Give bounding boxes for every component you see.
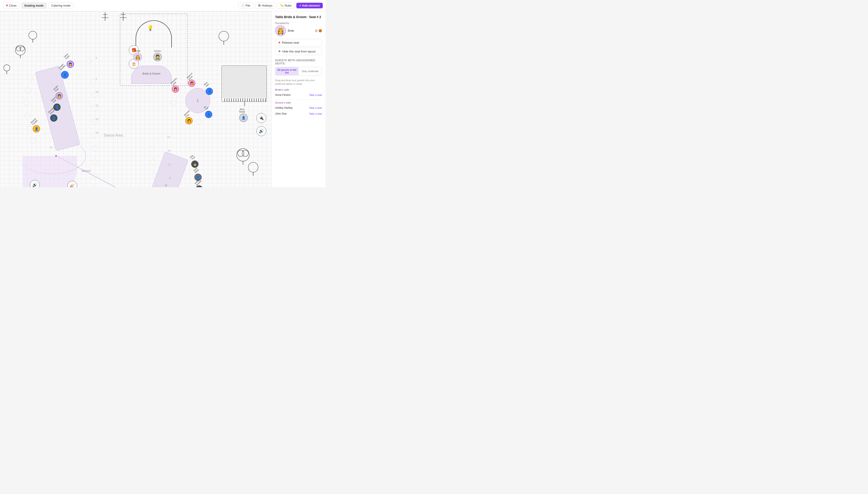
empty-seat-r1[interactable] xyxy=(86,58,92,64)
guest-row-ashley: Ashley Hartley Take a seat xyxy=(275,106,322,110)
groom-avatar-canvas[interactable]: 🤵 xyxy=(153,53,162,61)
take-seat-john[interactable]: Take a seat xyxy=(309,112,322,115)
bride-avatar-panel[interactable]: 👸 xyxy=(275,25,286,36)
empty-seat-r10[interactable] xyxy=(92,185,98,187)
tree-5 xyxy=(118,12,129,21)
num-11-b: 11 xyxy=(169,177,171,179)
file-button[interactable]: 📄 File xyxy=(238,2,253,8)
tree-1 xyxy=(14,43,27,59)
close-label: Close xyxy=(9,4,17,7)
bride-avatar-wrap: 👸 Bride xyxy=(275,25,294,36)
release-seat-button[interactable]: ✕ Release seat xyxy=(275,39,322,46)
empty-seat-4[interactable] xyxy=(24,113,30,118)
num-11: 11 xyxy=(96,104,98,107)
occupied-label: Occupied by: xyxy=(275,22,322,24)
num-15: 15 xyxy=(168,149,170,152)
svg-point-18 xyxy=(242,150,248,156)
dance-area-label: Dance Area xyxy=(104,133,123,137)
seating-canvas[interactable]: 💡 🎁 🎂 Bride 👸 Groom 🤵 Bride & Gr xyxy=(0,11,271,187)
avatar-olivia[interactable]: 👩 xyxy=(67,61,74,68)
empty-seat-m2[interactable] xyxy=(151,159,156,165)
bg-seats: Bride 👸 Groom 🤵 xyxy=(133,50,162,61)
svg-point-14 xyxy=(219,31,229,41)
guest-name-john: John Doe xyxy=(275,112,287,115)
num-14-right: 14 xyxy=(167,136,170,138)
main-area: 💡 🎁 🎂 Bride 👸 Groom 🤵 Bride & Gr xyxy=(0,11,326,187)
empty-seat-5[interactable] xyxy=(27,126,33,132)
avatar-gregor[interactable]: 👤 xyxy=(61,71,69,79)
num-13: 13 xyxy=(96,131,98,134)
ruler-icon: 📏 xyxy=(280,4,284,7)
guest-name-ashley: Ashley Hartley xyxy=(275,106,292,110)
measure-label: 190 inch xyxy=(81,170,91,172)
speaker-icon-circle-2[interactable]: 🔊 xyxy=(256,126,266,136)
lightbulb-icon: 💡 xyxy=(147,25,154,31)
empty-seat-3[interactable] xyxy=(24,99,30,106)
svg-point-20 xyxy=(248,162,258,172)
bride-groom-table[interactable]: Bride & Groom xyxy=(131,65,172,84)
header-bar: ✕ Close Seating mode Catering mode 📄 Fil… xyxy=(0,0,326,11)
empty-seat-m3[interactable] xyxy=(152,172,158,178)
take-seat-anna[interactable]: Take a seat xyxy=(309,94,322,96)
tab-row: All guests in the list Only confirmed xyxy=(275,67,322,76)
plug-icon-circle[interactable]: 🔌 xyxy=(256,113,266,123)
header-right-tools: 📄 File ⌘ Hotkeys 📏 Ruler + Add element xyxy=(238,2,323,8)
empty-seat-2[interactable] xyxy=(25,87,31,93)
empty-seat-1[interactable] xyxy=(27,75,33,80)
avatar-michele[interactable]: 👩 xyxy=(185,117,193,124)
avatar-kirstin[interactable]: 👩 xyxy=(56,92,63,99)
empty-seat-m1[interactable] xyxy=(149,146,155,152)
avatar-bestman[interactable]: 👤 xyxy=(206,88,213,95)
tab-only-confirmed[interactable]: Only confirmed xyxy=(298,67,322,75)
empty-seat-t1-1[interactable] xyxy=(196,119,201,125)
empty-seat-r7[interactable] xyxy=(92,146,98,151)
tree-3 xyxy=(2,63,11,75)
seating-mode-button[interactable]: Seating mode xyxy=(21,2,46,8)
empty-seat-r8[interactable] xyxy=(92,159,98,165)
hotkeys-button[interactable]: ⌘ Hotkeys xyxy=(255,2,275,8)
groom-seat[interactable]: Groom 🤵 xyxy=(153,50,162,61)
take-seat-ashley[interactable]: Take a seat xyxy=(309,107,322,109)
empty-seat-t1-2[interactable] xyxy=(170,100,176,106)
gear-icon[interactable]: ⚙ xyxy=(315,29,318,33)
close-button[interactable]: ✕ Close xyxy=(3,2,19,8)
bride-avatar-canvas[interactable]: 👸 xyxy=(133,53,142,61)
avatar-darrel[interactable]: 👤 xyxy=(53,103,61,111)
grooms-side-label: Groom's side xyxy=(275,101,322,104)
guests-unassigned-label: Guests with unassigned seats: xyxy=(275,59,322,65)
x-icon: ✕ xyxy=(278,41,281,44)
add-element-button[interactable]: + Add element xyxy=(296,3,323,8)
avatar-brenden[interactable]: 👤 xyxy=(50,114,57,122)
avatar-kittyfrye[interactable]: 👩 xyxy=(191,160,198,168)
avatar-izabelbentley[interactable]: 👩 xyxy=(195,185,203,187)
avatar-kitcarr[interactable]: 👤 xyxy=(205,111,212,118)
avatar-maidofhonor[interactable]: 👩 xyxy=(188,80,195,87)
bride-seat[interactable]: Bride 👸 xyxy=(133,50,142,61)
brides-side-label: Bride's side xyxy=(275,89,322,91)
svg-point-6 xyxy=(4,65,10,71)
svg-point-2 xyxy=(16,46,21,51)
empty-seat-6[interactable] xyxy=(30,138,36,144)
guitar-icon-circle[interactable]: 🎸 xyxy=(67,181,77,187)
avatar-alice[interactable]: 👤 xyxy=(239,114,248,122)
svg-point-16 xyxy=(237,149,249,161)
tree-6 xyxy=(217,30,231,45)
guest-row-john: John Doe Take a seat xyxy=(275,111,322,116)
table-4[interactable]: 4 xyxy=(143,151,188,187)
speaker-icon-circle-1[interactable]: 🔊 xyxy=(30,180,40,187)
tab-all-guests[interactable]: All guests in the list xyxy=(275,67,298,75)
num-9: 9 xyxy=(96,77,97,80)
arch xyxy=(136,20,172,48)
avatar-johanna[interactable]: 👩 xyxy=(172,86,179,93)
occupied-row: 👸 Bride ⚙ xyxy=(275,25,322,36)
avatar-roman[interactable]: 👤 xyxy=(33,125,40,132)
seat-alice[interactable]: AliceNeale 👤 xyxy=(239,108,245,114)
num-8: 8 xyxy=(96,57,97,59)
gear-icon-wrap: ⚙ xyxy=(315,29,322,33)
file-icon: 📄 xyxy=(241,4,245,7)
eye-icon: 👁 xyxy=(278,50,281,53)
catering-mode-button[interactable]: Catering mode xyxy=(49,2,74,8)
hide-seat-button[interactable]: 👁 Hide this seat from layout xyxy=(275,48,322,55)
ruler-button[interactable]: 📏 Ruler xyxy=(277,2,294,8)
avatar-jontywillis[interactable]: 👤 xyxy=(194,174,201,181)
